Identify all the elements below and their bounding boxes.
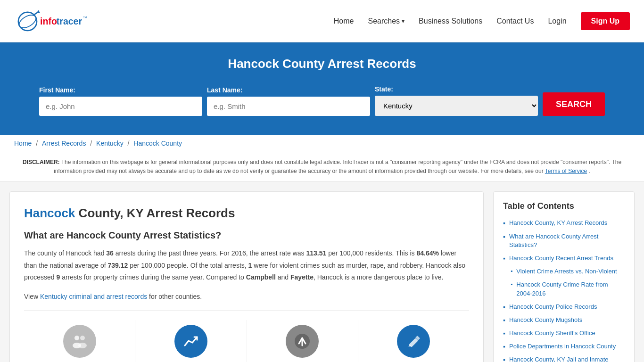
toc-link-3[interactable]: Hancock County Recent Arrest Trends — [509, 254, 613, 263]
toc-heading: Table of Contents — [503, 201, 625, 211]
toc-link-2[interactable]: What are Hancock County Arrest Statistic… — [509, 232, 625, 249]
nat-avg: 739.12 — [107, 262, 128, 269]
nav-contact-us[interactable]: Contact Us — [496, 17, 534, 25]
disclaimer-label: DISCLAIMER: — [23, 159, 60, 165]
toc-link-5[interactable]: Hancock County Crime Rate from 2004-2016 — [516, 280, 625, 297]
icon-item-1 — [24, 320, 135, 362]
svg-marker-3 — [37, 10, 40, 13]
icon-up-arrow — [286, 325, 319, 358]
ky-records-link[interactable]: Kentucky criminal and arrest records — [40, 293, 147, 300]
arrests-count: 36 — [106, 249, 114, 257]
title-hancock: Hancock — [24, 206, 75, 220]
header: info tracer ™ Home Searches ▾ Business S… — [0, 0, 644, 42]
icon-item-3 — [247, 320, 358, 362]
page-title: Hancock County, KY Arrest Records — [24, 206, 469, 221]
disclaimer-bar: DISCLAIMER: The information on this webp… — [0, 152, 644, 182]
main-nav: Home Searches ▾ Business Solutions Conta… — [334, 12, 630, 30]
breadcrumb-sep2: / — [90, 140, 94, 147]
nav-login[interactable]: Login — [548, 17, 566, 25]
toc-link-4[interactable]: Violent Crime Arrests vs. Non-Violent — [516, 267, 617, 276]
state-group: State: Kentucky Alabama Alaska Arizona A… — [375, 85, 538, 116]
svg-point-10 — [78, 343, 87, 348]
breadcrumb: Home / Arrest Records / Kentucky / Hanco… — [0, 135, 644, 152]
search-button[interactable]: SEARCH — [543, 92, 605, 116]
toc-item-sub: Violent Crime Arrests vs. Non-Violent — [511, 267, 625, 276]
toc-item: Hancock County, KY Jail and Inmate Recor… — [503, 355, 625, 362]
svg-text:tracer: tracer — [57, 16, 83, 26]
stats-heading: What are Hancock County Arrest Statistic… — [24, 230, 469, 241]
toc-item: Hancock County Police Records — [503, 303, 625, 311]
logo[interactable]: info tracer ™ — [14, 7, 90, 35]
toc-link-8[interactable]: Hancock County Sheriff's Office — [509, 329, 595, 337]
icon-strip — [24, 310, 469, 362]
toc-item: What are Hancock County Arrest Statistic… — [503, 232, 625, 249]
icon-pencil — [397, 325, 430, 358]
state-select[interactable]: Kentucky Alabama Alaska Arizona Arkansas… — [375, 96, 538, 116]
main-content: Hancock County, KY Arrest Records What a… — [0, 182, 644, 362]
signup-button[interactable]: Sign Up — [581, 12, 630, 30]
content-left: Hancock County, KY Arrest Records What a… — [9, 191, 484, 362]
disclaimer-period: . — [589, 168, 590, 174]
arrest-rate: 113.51 — [306, 249, 326, 257]
first-name-input[interactable] — [39, 97, 202, 116]
icon-item-4 — [358, 320, 469, 362]
toc-link-6[interactable]: Hancock County Police Records — [509, 303, 597, 311]
breadcrumb-kentucky[interactable]: Kentucky — [96, 140, 124, 147]
stats-paragraph: The county of Hancock had 36 arrests dur… — [24, 247, 469, 283]
fayette: Fayette — [290, 273, 314, 281]
first-name-group: First Name: — [39, 86, 202, 116]
title-rest: County, KY Arrest Records — [75, 206, 235, 220]
disclaimer-text: The information on this webpage is for g… — [54, 159, 621, 174]
toc-item: Hancock County Mugshots — [503, 316, 625, 324]
campbell: Campbell — [246, 273, 276, 281]
property-count: 9 — [56, 273, 60, 281]
icon-trend — [174, 325, 207, 358]
state-label: State: — [375, 85, 393, 93]
svg-point-8 — [80, 336, 85, 340]
breadcrumb-county[interactable]: Hancock County — [133, 140, 182, 147]
last-name-group: Last Name: — [207, 86, 370, 116]
toc-item: Hancock County Sheriff's Office — [503, 329, 625, 337]
breadcrumb-arrest-records[interactable]: Arrest Records — [42, 140, 86, 147]
nav-searches[interactable]: Searches ▾ — [368, 17, 405, 25]
svg-text:info: info — [40, 16, 57, 26]
toc-item: Police Departments in Hancock County — [503, 342, 625, 351]
svg-point-7 — [74, 336, 79, 340]
breadcrumb-sep1: / — [36, 140, 40, 147]
last-name-input[interactable] — [207, 97, 370, 116]
search-form: First Name: Last Name: State: Kentucky A… — [39, 85, 605, 116]
last-name-label: Last Name: — [207, 86, 242, 94]
toc-link-1[interactable]: Hancock County, KY Arrest Records — [509, 219, 607, 227]
toc-link-10[interactable]: Hancock County, KY Jail and Inmate Recor… — [509, 355, 625, 362]
first-name-label: First Name: — [39, 86, 75, 94]
nav-business-solutions[interactable]: Business Solutions — [419, 17, 482, 25]
pct-lower: 84.64% — [416, 249, 438, 257]
table-of-contents: Table of Contents Hancock County, KY Arr… — [493, 191, 635, 362]
toc-item: Hancock County, KY Arrest Records — [503, 219, 625, 227]
toc-item-sub: Hancock County Crime Rate from 2004-2016 — [511, 280, 625, 297]
icon-item-2 — [135, 320, 247, 362]
icon-people — [63, 325, 96, 358]
toc-item: Hancock County Recent Arrest Trends — [503, 254, 625, 263]
svg-text:™: ™ — [83, 16, 87, 20]
nav-home[interactable]: Home — [334, 17, 354, 25]
breadcrumb-sep3: / — [128, 140, 132, 147]
toc-link-7[interactable]: Hancock County Mugshots — [509, 316, 582, 324]
toc-list: Hancock County, KY Arrest Records What a… — [503, 219, 625, 362]
chevron-down-icon: ▾ — [402, 18, 405, 25]
hero-section: Hancock County Arrest Records First Name… — [0, 42, 644, 135]
hero-title: Hancock County Arrest Records — [14, 57, 630, 71]
breadcrumb-home[interactable]: Home — [14, 140, 32, 147]
toc-link-9[interactable]: Police Departments in Hancock County — [509, 342, 616, 351]
view-records-text: View Kentucky criminal and arrest record… — [24, 291, 469, 303]
violent-count: 1 — [248, 262, 252, 269]
disclaimer-tos-link[interactable]: Terms of Service — [545, 168, 587, 174]
